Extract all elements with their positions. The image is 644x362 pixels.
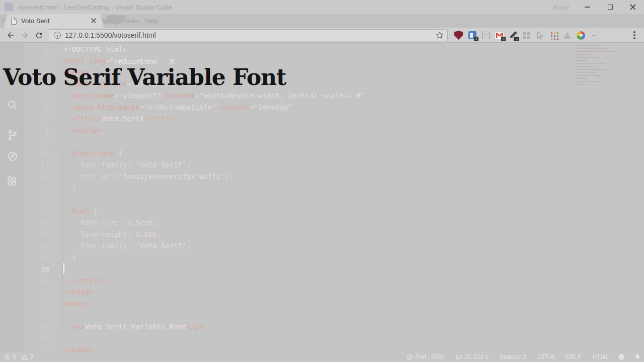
reload-icon	[35, 31, 43, 40]
minimap-line	[577, 69, 607, 70]
line-number: 12	[24, 171, 49, 183]
line-number: 17	[24, 229, 49, 240]
vscode-statusbar: 0 9 Port : 5500 Ln 20, Col 1 Spaces: 2 U…	[0, 352, 644, 362]
grid-faint-icon	[523, 32, 526, 35]
line-number: 25	[24, 321, 49, 333]
problems-warnings[interactable]: 9	[21, 353, 34, 360]
error-icon	[4, 354, 11, 360]
live-server-port[interactable]: Port : 5500	[407, 353, 445, 360]
line-number: 22	[24, 287, 49, 298]
extension-badge: 3	[501, 37, 506, 41]
close-button[interactable]	[621, 0, 644, 14]
extensions-row: 13-	[452, 29, 601, 41]
smiley-icon	[618, 353, 625, 360]
back-button[interactable]	[4, 29, 17, 41]
extension-ublock-origin-button[interactable]	[452, 29, 465, 41]
minimap-line	[577, 78, 588, 79]
code-line: 5 <meta name="viewport" content="width=d…	[24, 90, 644, 102]
search-button[interactable]	[7, 99, 19, 113]
code-line: 6 <meta http-equiv="X-UA-Compatible" con…	[24, 102, 644, 113]
eol-sequence[interactable]: CRLF	[566, 353, 581, 360]
notifications-button[interactable]	[634, 353, 641, 360]
google-apps-icon	[551, 32, 553, 34]
extension-drive-faint-button[interactable]	[560, 29, 574, 41]
extension-gmail-button[interactable]: 3	[493, 29, 506, 41]
site-info-icon[interactable]	[54, 32, 61, 39]
code-line: 14	[24, 194, 644, 206]
debug-no-bug-icon	[7, 150, 19, 162]
code-line: 23<body>	[24, 298, 644, 310]
code-line: 9	[24, 136, 644, 148]
ghost-editor-tab-close-icon	[169, 58, 175, 64]
code-line: 20	[24, 263, 644, 275]
forward-arrow-icon	[20, 31, 29, 40]
browser-toolbar: 127.0.0.1:5500/votoserif.html votoserif.…	[0, 28, 644, 43]
language-mode[interactable]: HTML	[592, 353, 609, 360]
browser-menu-button[interactable]	[628, 29, 641, 41]
drive-faint-icon	[564, 32, 572, 39]
line-number: 18	[24, 240, 49, 252]
line-number: 15	[24, 206, 49, 217]
extension-cursor-faint-button[interactable]	[533, 29, 547, 41]
code-line: 7 <title>Voto Serif</title>	[24, 113, 644, 125]
code-line: 27</body>	[24, 344, 644, 352]
page-faint-icon	[591, 32, 598, 39]
color-wheel-icon	[577, 31, 585, 40]
url-text: 127.0.0.1:5500/votoserif.html	[65, 31, 156, 39]
kebab-menu-icon	[633, 34, 635, 36]
minimap-line	[577, 72, 596, 73]
maximize-button[interactable]	[599, 0, 621, 14]
line-number: 20	[24, 263, 49, 275]
browser-tab-voto-serif[interactable]: Voto Serif	[4, 14, 104, 28]
line-number: 13	[24, 183, 49, 194]
line-number: 8	[24, 125, 49, 136]
feedback-button[interactable]	[618, 353, 625, 360]
minimap-line	[577, 60, 589, 61]
extension-layout-panels-button[interactable]	[479, 29, 493, 41]
source-control-button[interactable]	[7, 129, 19, 143]
encoding[interactable]: UTF-8	[537, 353, 554, 360]
debug-button[interactable]	[7, 150, 19, 164]
code-line: 10 @font-face {	[24, 148, 644, 159]
line-number: 19	[24, 252, 49, 263]
code-line: 18 font-family: 'Voto Serif';	[24, 240, 644, 252]
menu-item-help[interactable]: Help	[145, 17, 158, 25]
tab-close-icon[interactable]	[91, 18, 97, 24]
extension-google-apps-button[interactable]	[547, 29, 560, 41]
address-bar[interactable]: 127.0.0.1:5500/votoserif.html	[49, 29, 448, 41]
minimap-line	[577, 45, 597, 46]
minimap-ghost[interactable]	[577, 45, 633, 87]
cursor-position[interactable]: Ln 20, Col 1	[456, 353, 489, 360]
code-line: 19 }	[24, 252, 644, 263]
extensions-button[interactable]	[7, 175, 19, 190]
indentation[interactable]: Spaces: 2	[500, 353, 526, 360]
code-line: 13 }	[24, 183, 644, 194]
maximize-icon	[608, 5, 613, 10]
code-line: 8 <style>	[24, 125, 644, 136]
cursor-icon	[536, 31, 544, 40]
menu-item-tasks[interactable]: Tasks	[123, 17, 139, 25]
code-line: 1<!DOCTYPE html>	[24, 44, 644, 55]
extension-color-picker-button[interactable]: -	[506, 29, 520, 41]
minimap-line	[577, 54, 592, 55]
warning-icon	[21, 354, 28, 360]
line-number: 24	[24, 310, 49, 321]
extension-color-wheel-button[interactable]	[574, 29, 588, 41]
warning-count: 9	[30, 353, 34, 360]
line-number: 23	[24, 298, 49, 310]
forward-button[interactable]	[18, 29, 31, 41]
problems-errors[interactable]: 0	[4, 353, 16, 360]
reload-button[interactable]	[32, 29, 45, 41]
extension-blue-card-button[interactable]: 1	[465, 29, 479, 41]
line-number: 7	[24, 113, 49, 125]
extension-grid-faint-button[interactable]	[520, 29, 533, 41]
search-icon	[7, 99, 19, 111]
minimap-line	[577, 57, 600, 58]
minimap-line	[577, 51, 616, 52]
code-line: 24	[24, 310, 644, 321]
ublock-origin-icon	[454, 31, 463, 40]
extension-page-faint-button[interactable]	[588, 29, 601, 41]
minimize-button[interactable]	[576, 0, 599, 14]
line-number: 21	[24, 275, 49, 287]
bookmark-star-button[interactable]	[435, 31, 444, 42]
